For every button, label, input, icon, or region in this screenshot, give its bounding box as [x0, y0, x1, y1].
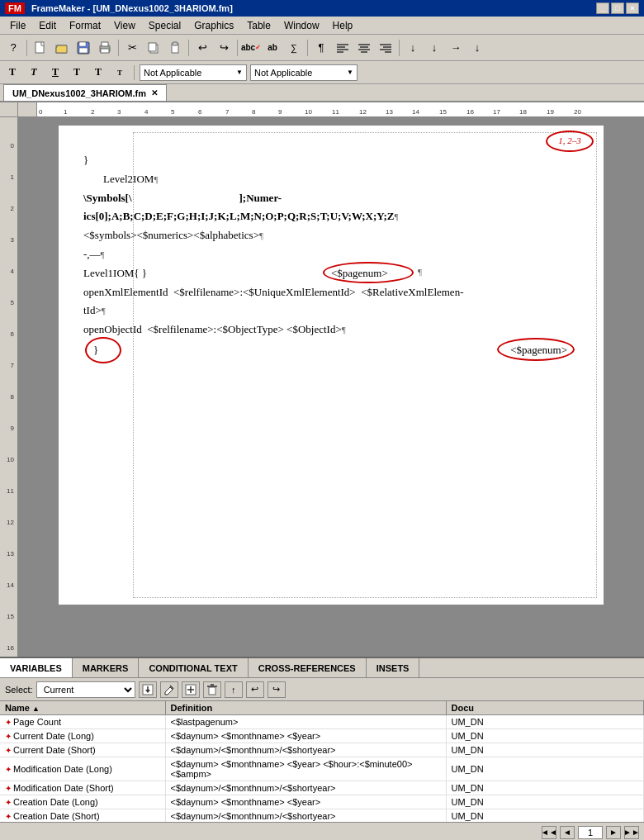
scope-select[interactable]: Current All: [36, 681, 135, 698]
close-btn[interactable]: ×: [626, 2, 639, 14]
paste-btn[interactable]: [165, 38, 185, 58]
redo-btn[interactable]: ↪: [214, 38, 234, 58]
col-name[interactable]: Name ▲: [0, 701, 165, 715]
toolbar-sep-2: [118, 40, 119, 56]
minimize-btn[interactable]: _: [596, 2, 609, 14]
var-definition: <$daynum> <$monthname> <$year>: [165, 795, 446, 809]
main-toolbar: ? ✂ ↩ ↪ abc✓ ab ∑ ¶ ↓ ↓ → ↓: [0, 35, 644, 61]
open-btn[interactable]: [52, 38, 72, 58]
save-btn[interactable]: [73, 38, 93, 58]
panel-tab-crossrefs[interactable]: CROSS-REFERENCES: [249, 658, 367, 677]
row-icon: ✦: [5, 765, 12, 774]
page-number-input[interactable]: [578, 826, 603, 839]
page-first-btn[interactable]: ◄◄: [542, 826, 556, 839]
arrow-down2-btn[interactable]: ↓: [424, 38, 444, 58]
menu-file[interactable]: File: [3, 18, 32, 33]
table-row[interactable]: ✦Current Date (Short) <$daynum>/<$monthn…: [0, 743, 644, 757]
var-definition: <$daynum>/<$monthnum>/<$shortyear>: [165, 743, 446, 757]
doc-line-10: openObjectId <$relfilename>:<$ObjectType…: [83, 321, 579, 339]
panel-tab-insets[interactable]: INSETS: [367, 658, 420, 677]
ruler-mark-19: 19: [547, 102, 554, 116]
format-t1-btn[interactable]: T: [68, 64, 86, 81]
format-bold-btn[interactable]: T: [3, 64, 21, 81]
menu-window[interactable]: Window: [277, 18, 326, 33]
svg-rect-3: [79, 42, 86, 46]
page-last-btn[interactable]: ►►: [624, 826, 639, 839]
ruler-mark-10: 10: [305, 102, 312, 116]
menu-edit[interactable]: Edit: [32, 18, 63, 33]
svg-rect-10: [149, 43, 156, 51]
ruler-mark-13: 13: [386, 102, 393, 116]
v-ruler-mark-2: 2: [11, 205, 14, 212]
ruler-mark-3: 3: [117, 102, 121, 116]
arrow-right-btn[interactable]: →: [446, 38, 466, 58]
help-btn[interactable]: ?: [3, 38, 23, 58]
doc-line-8: openXmlElementId <$relfilename>:<$Unique…: [83, 284, 579, 301]
menu-graphics[interactable]: Graphics: [187, 18, 240, 33]
print-btn[interactable]: [95, 38, 115, 58]
doc-page: 1, 2–3 } Level2IOM¶ \Symbols[\ ];Numer- …: [59, 126, 604, 605]
doc-line-1: }: [83, 152, 579, 169]
cut-btn[interactable]: ✂: [122, 38, 142, 58]
undo-panel-btn[interactable]: ↩: [246, 681, 264, 698]
var-definition: <$lastpagenum>: [165, 715, 446, 729]
paragraph-marks-btn[interactable]: ¶: [311, 38, 331, 58]
var-doc: UM_DN: [446, 781, 644, 795]
doc-area[interactable]: 1, 2–3 } Level2IOM¶ \Symbols[\ ];Numer- …: [18, 117, 644, 657]
spellcheck-btn[interactable]: abc✓: [241, 38, 261, 58]
doc-line-5: <$symbols><$numerics><$alphabetics>¶: [83, 227, 579, 244]
menu-help[interactable]: Help: [326, 18, 360, 33]
menu-table[interactable]: Table: [240, 18, 277, 33]
menu-view[interactable]: View: [107, 18, 142, 33]
menu-special[interactable]: Special: [142, 18, 187, 33]
page-next-btn[interactable]: ►: [606, 826, 621, 839]
arrow-down3-btn[interactable]: ↓: [467, 38, 487, 58]
table-row[interactable]: ✦Page Count <$lastpagenum> UM_DN: [0, 715, 644, 729]
tab-bar: UM_DNexus1002_3HARIOM.fm ✕: [0, 84, 644, 102]
menu-format[interactable]: Format: [63, 18, 107, 33]
ruler-mark-11: 11: [332, 102, 339, 116]
panel-tab-conditional[interactable]: CONDITIONAL TEXT: [139, 658, 248, 677]
tab-close-btn[interactable]: ✕: [151, 88, 158, 97]
page-prev-btn[interactable]: ◄: [560, 826, 575, 839]
table-row[interactable]: ✦Creation Date (Short) <$daynum>/<$month…: [0, 809, 644, 823]
arrow-down1-btn[interactable]: ↓: [403, 38, 423, 58]
add-btn[interactable]: [182, 681, 200, 698]
svg-rect-12: [173, 42, 178, 45]
redo-panel-btn[interactable]: ↪: [268, 681, 286, 698]
edit-btn[interactable]: [160, 681, 178, 698]
table-row[interactable]: ✦Modification Date (Long) <$daynum> <$mo…: [0, 757, 644, 781]
col-definition[interactable]: Definition: [165, 701, 446, 715]
panel-tab-variables[interactable]: VARIABLES: [0, 658, 73, 677]
document-tab[interactable]: UM_DNexus1002_3HARIOM.fm ✕: [3, 84, 167, 101]
panel-tab-markers[interactable]: MARKERS: [73, 658, 140, 677]
col-doc[interactable]: Docu: [446, 701, 644, 715]
undo-btn[interactable]: ↩: [192, 38, 212, 58]
format-t3-btn[interactable]: T: [111, 64, 129, 81]
table-row[interactable]: ✦Creation Date (Long) <$daynum> <$monthn…: [0, 795, 644, 809]
align-right-btn[interactable]: [376, 38, 395, 58]
copy-btn[interactable]: [144, 38, 163, 58]
format-italic-btn[interactable]: T: [25, 64, 43, 81]
app-logo: FM: [5, 2, 25, 14]
delete-btn[interactable]: [203, 681, 221, 698]
character-format-dropdown[interactable]: Not Applicable: [250, 64, 358, 81]
paragraph-format-dropdown[interactable]: Not Applicable: [140, 64, 247, 81]
v-ruler-mark-15: 15: [7, 613, 14, 620]
v-ruler-mark-6: 6: [11, 330, 14, 338]
v-ruler-mark-9: 9: [11, 425, 14, 432]
format-t2-btn[interactable]: T: [89, 64, 107, 81]
align-left-btn[interactable]: [333, 38, 353, 58]
format-underline-btn[interactable]: T: [46, 64, 64, 81]
table-row[interactable]: ✦Current Date (Long) <$daynum> <$monthna…: [0, 729, 644, 743]
align-center-btn[interactable]: [354, 38, 374, 58]
move-up-btn[interactable]: ↑: [225, 681, 243, 698]
table-row[interactable]: ✦Modification Date (Short) <$daynum>/<$m…: [0, 781, 644, 795]
text-btn[interactable]: ab: [263, 38, 282, 58]
new-btn[interactable]: [31, 38, 50, 58]
import-btn[interactable]: [139, 681, 157, 698]
toolbar-sep-3: [188, 40, 189, 56]
window-title: FrameMaker - [UM_DNexus1002_3HARIOM.fm]: [31, 3, 596, 13]
special-char-btn[interactable]: ∑: [284, 38, 304, 58]
maximize-btn[interactable]: □: [611, 2, 624, 14]
